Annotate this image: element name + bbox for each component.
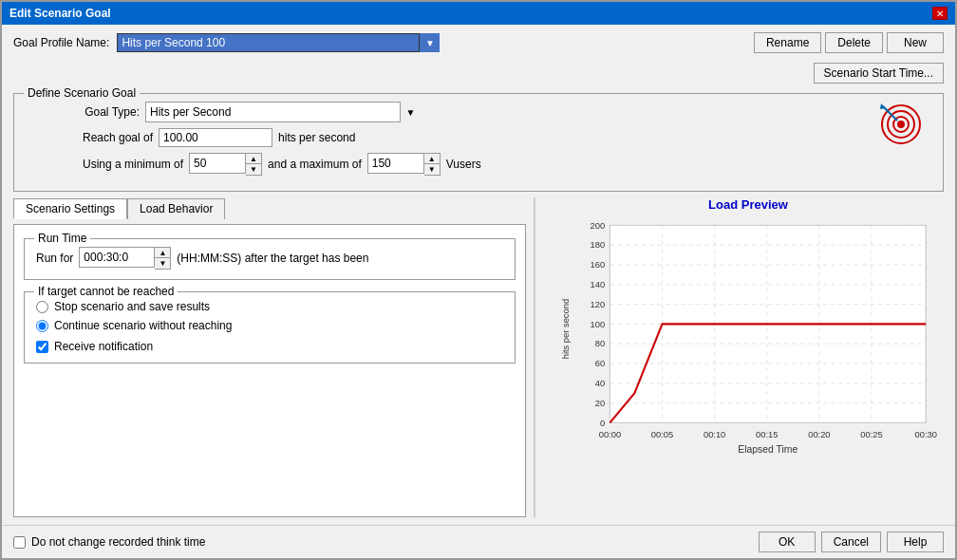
window-title: Edit Scenario Goal <box>9 7 111 20</box>
svg-text:80: 80 <box>595 339 605 348</box>
svg-text:60: 60 <box>595 359 605 368</box>
goal-type-arrow[interactable]: ▼ <box>400 102 421 122</box>
goal-icon <box>878 102 924 147</box>
think-time-label: Do not change recorded think time <box>31 535 205 549</box>
min-spin-buttons: ▲ ▼ <box>246 153 262 176</box>
goal-type-dropdown-wrapper: ▼ <box>145 102 421 122</box>
goal-type-label: Goal Type: <box>26 105 140 119</box>
svg-text:140: 140 <box>591 280 606 289</box>
tab-scenario-settings[interactable]: Scenario Settings <box>13 198 127 219</box>
svg-text:hits per second: hits per second <box>561 299 571 359</box>
svg-text:00:15: 00:15 <box>756 430 778 439</box>
if-target-title: If target cannot be reached <box>34 285 178 298</box>
profile-label: Goal Profile Name: <box>13 36 109 49</box>
svg-text:00:20: 00:20 <box>808 430 830 439</box>
max-spin-buttons: ▲ ▼ <box>424 153 441 176</box>
run-time-spin-up[interactable]: ▲ <box>155 248 170 258</box>
chart-container: 200 180 160 140 120 100 80 60 40 20 0 00… <box>553 215 944 481</box>
run-time-spin-down[interactable]: ▼ <box>155 258 170 269</box>
vertical-divider <box>534 197 535 517</box>
new-button[interactable]: New <box>887 32 944 53</box>
reach-goal-input[interactable] <box>159 128 272 147</box>
vusers-row: Using a minimum of ▲ ▼ and a maximum of <box>83 153 871 176</box>
goal-type-input[interactable] <box>145 102 421 122</box>
min-spinner: ▲ ▼ <box>189 153 262 176</box>
help-button[interactable]: Help <box>887 532 944 552</box>
profile-name-input[interactable] <box>117 33 440 52</box>
min-input[interactable] <box>189 153 246 174</box>
bottom-left: Do not change recorded think time <box>13 535 205 549</box>
rename-button[interactable]: Rename <box>754 32 821 53</box>
define-goal-title: Define Scenario Goal <box>24 86 140 100</box>
profile-right: Rename Delete New <box>754 32 944 53</box>
svg-text:00:25: 00:25 <box>860 430 882 439</box>
max-label: and a maximum of <box>268 158 362 171</box>
chart-title: Load Preview <box>708 197 788 212</box>
run-for-label: Run for <box>36 252 73 265</box>
stop-scenario-radio[interactable] <box>36 301 48 313</box>
goal-type-row: Goal Type: ▼ <box>26 102 871 122</box>
run-time-row: Run for ▲ ▼ (HH:MM:SS) after the target … <box>36 247 503 270</box>
cancel-button[interactable]: Cancel <box>821 532 881 552</box>
notify-checkbox[interactable] <box>36 341 48 353</box>
title-bar-buttons: ✕ <box>932 7 948 20</box>
svg-text:200: 200 <box>591 221 606 231</box>
bottom-bar: Do not change recorded think time OK Can… <box>2 525 955 558</box>
svg-marker-5 <box>880 103 886 109</box>
continue-scenario-radio[interactable] <box>36 320 48 332</box>
svg-text:120: 120 <box>591 300 606 309</box>
content-area: Goal Profile Name: ▼ Rename Delete New S… <box>2 25 955 525</box>
continue-scenario-label: Continue scenario without reaching <box>54 319 232 332</box>
run-time-spin-buttons: ▲ ▼ <box>155 247 171 270</box>
think-time-checkbox[interactable] <box>13 536 26 549</box>
svg-text:00:05: 00:05 <box>651 430 673 439</box>
profile-dropdown-arrow[interactable]: ▼ <box>419 33 440 52</box>
min-spin-up[interactable]: ▲ <box>246 154 261 164</box>
min-label: Using a minimum of <box>83 158 183 171</box>
continue-scenario-radio-item: Continue scenario without reaching <box>36 319 503 332</box>
tab-load-behavior[interactable]: Load Behavior <box>127 198 225 219</box>
svg-text:20: 20 <box>595 399 605 408</box>
reach-goal-unit: hits per second <box>278 131 355 144</box>
svg-text:00:00: 00:00 <box>599 430 621 439</box>
if-target-group: If target cannot be reached Stop scenari… <box>24 291 516 364</box>
scenario-start-button[interactable]: Scenario Start Time... <box>814 63 944 84</box>
notify-label: Receive notification <box>54 340 153 353</box>
profile-left: Goal Profile Name: ▼ <box>13 33 440 52</box>
max-input[interactable] <box>367 153 424 174</box>
profile-row: Goal Profile Name: ▼ Rename Delete New <box>13 32 944 53</box>
main-window: Edit Scenario Goal ✕ Goal Profile Name: … <box>0 0 957 560</box>
svg-text:0: 0 <box>600 419 605 428</box>
svg-text:160: 160 <box>591 260 606 270</box>
min-spin-down[interactable]: ▼ <box>246 164 261 175</box>
run-time-hint: (HH:MM:SS) after the target has been <box>177 252 368 265</box>
close-button[interactable]: ✕ <box>932 7 948 20</box>
vusers-label: Vusers <box>446 158 481 171</box>
chart-svg: 200 180 160 140 120 100 80 60 40 20 0 00… <box>553 215 944 462</box>
ok-button[interactable]: OK <box>759 532 816 552</box>
svg-point-3 <box>897 121 905 128</box>
reach-goal-row: Reach goal of hits per second <box>83 128 871 147</box>
svg-text:00:10: 00:10 <box>704 430 725 439</box>
svg-text:100: 100 <box>591 320 606 329</box>
notify-checkbox-item: Receive notification <box>36 340 503 353</box>
run-time-title: Run Time <box>34 232 90 245</box>
run-time-spinner: ▲ ▼ <box>79 247 171 270</box>
stop-scenario-label: Stop scenario and save results <box>54 300 210 313</box>
run-time-input[interactable] <box>79 247 155 268</box>
tab-bar: Scenario Settings Load Behavior <box>13 197 526 218</box>
svg-text:Elapsed Time: Elapsed Time <box>738 444 798 455</box>
profile-dropdown-wrapper: ▼ <box>117 33 440 52</box>
define-scenario-goal-group: Define Scenario Goal Goal Type: ▼ Reach … <box>13 93 944 192</box>
max-spin-up[interactable]: ▲ <box>424 154 440 164</box>
bottom-right: OK Cancel Help <box>759 532 944 552</box>
max-spin-down[interactable]: ▼ <box>424 164 440 175</box>
stop-scenario-radio-item: Stop scenario and save results <box>36 300 503 313</box>
delete-button[interactable]: Delete <box>825 32 883 53</box>
main-area: Scenario Settings Load Behavior Run Time… <box>13 197 944 517</box>
left-panel: Scenario Settings Load Behavior Run Time… <box>13 197 526 517</box>
svg-text:40: 40 <box>595 379 605 388</box>
radio-group: Stop scenario and save results Continue … <box>36 300 503 332</box>
right-panel: Load Preview <box>543 197 944 517</box>
tab-content: Run Time Run for ▲ ▼ (HH:MM:SS) after th… <box>13 224 526 517</box>
